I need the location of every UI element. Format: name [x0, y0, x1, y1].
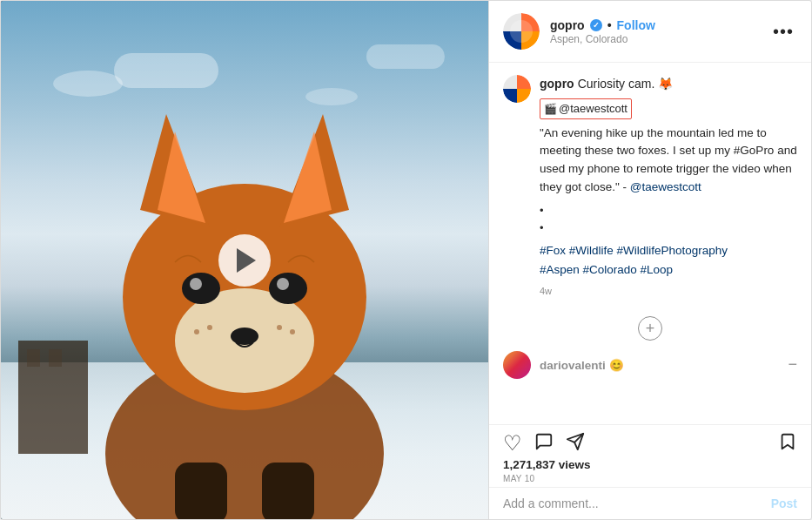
- post-date: MAY 10: [503, 474, 797, 483]
- tagged-user-highlight[interactable]: 🎬@taewestcott: [540, 98, 632, 119]
- svg-point-11: [231, 328, 258, 345]
- commenter-username[interactable]: dariovalenti: [540, 359, 606, 372]
- tagged-username[interactable]: @taewestcott: [559, 102, 627, 115]
- curiosity-text: Curiosity cam.: [578, 77, 655, 91]
- instagram-post: gopro ✓ • Follow Aspen, Colorado •••: [0, 0, 812, 520]
- add-comment-row: Post: [489, 487, 811, 519]
- caption-first-line: goproCuriosity cam. 🦊: [540, 75, 797, 93]
- svg-point-15: [290, 329, 295, 334]
- svg-rect-20: [49, 349, 62, 367]
- svg-rect-17: [262, 463, 314, 519]
- svg-rect-16: [175, 463, 227, 519]
- caption-row: goproCuriosity cam. 🦊 🎬@taewestcott "An …: [503, 75, 797, 299]
- caption-avatar-image: [503, 75, 531, 103]
- caption-hashtags[interactable]: #Fox #Wildlife #WildlifePhotography#Aspe…: [540, 241, 797, 279]
- post-body: gopro ✓ • Follow Aspen, Colorado •••: [1, 1, 811, 519]
- fox-emoji: 🦊: [658, 77, 673, 91]
- commenter-name: dariovalenti 😊: [540, 358, 779, 372]
- separator-dot: •: [607, 18, 612, 32]
- svg-point-13: [194, 329, 199, 334]
- svg-point-8: [269, 273, 307, 304]
- post-actions-bar: ♡: [489, 424, 811, 487]
- caption-mention[interactable]: @taewestcott: [630, 180, 701, 193]
- add-comment-divider: +: [503, 309, 797, 348]
- actions-row: ♡: [503, 432, 797, 455]
- tagged-user-row: 🎬@taewestcott: [540, 97, 797, 121]
- comment-button[interactable]: [534, 432, 554, 455]
- caption-time: 4w: [540, 284, 797, 299]
- views-count: 1,271,837 views: [503, 458, 797, 471]
- header-text-block: gopro ✓ • Follow Aspen, Colorado: [550, 18, 769, 45]
- header-avatar[interactable]: [503, 13, 540, 50]
- verified-badge: ✓: [590, 19, 602, 31]
- comment-row: dariovalenti 😊 −: [503, 348, 797, 382]
- header-location: Aspen, Colorado: [550, 33, 769, 45]
- follow-button[interactable]: Follow: [617, 18, 655, 32]
- header-username[interactable]: gopro: [550, 18, 585, 32]
- camera-icon: 🎬: [544, 103, 557, 115]
- play-button[interactable]: [218, 234, 271, 287]
- svg-point-12: [207, 325, 212, 330]
- svg-point-14: [277, 325, 282, 330]
- commenter-emoji: 😊: [609, 359, 624, 372]
- comment-input[interactable]: [503, 496, 771, 510]
- like-button[interactable]: ♡: [503, 433, 522, 454]
- bookmark-button[interactable]: [778, 432, 797, 455]
- commenter-avatar[interactable]: [503, 351, 531, 379]
- svg-rect-19: [27, 349, 40, 367]
- username-row: gopro ✓ • Follow: [550, 18, 769, 32]
- avatar-image: [503, 13, 540, 50]
- post-header: gopro ✓ • Follow Aspen, Colorado •••: [489, 1, 811, 63]
- share-button[interactable]: [566, 432, 585, 455]
- post-info-panel: gopro ✓ • Follow Aspen, Colorado •••: [488, 1, 811, 519]
- caption-content: goproCuriosity cam. 🦊 🎬@taewestcott "An …: [540, 75, 797, 299]
- post-comment-button[interactable]: Post: [771, 496, 797, 510]
- post-media: [1, 1, 488, 519]
- bullet-2: •: [540, 219, 797, 237]
- bullet-points: • •: [540, 202, 797, 236]
- add-comment-circle-button[interactable]: +: [638, 316, 662, 341]
- svg-point-7: [182, 273, 220, 304]
- caption-avatar[interactable]: [503, 75, 531, 103]
- svg-point-9: [190, 278, 202, 290]
- svg-point-10: [277, 278, 289, 290]
- more-options-button[interactable]: •••: [769, 22, 797, 42]
- caption-username[interactable]: gopro: [540, 77, 574, 91]
- caption-body-text: "An evening hike up the mountain led me …: [540, 125, 797, 198]
- bullet-1: •: [540, 202, 797, 219]
- play-triangle-icon: [237, 248, 256, 273]
- collapse-comment-button[interactable]: −: [788, 355, 797, 374]
- post-comments-area: goproCuriosity cam. 🦊 🎬@taewestcott "An …: [489, 63, 811, 424]
